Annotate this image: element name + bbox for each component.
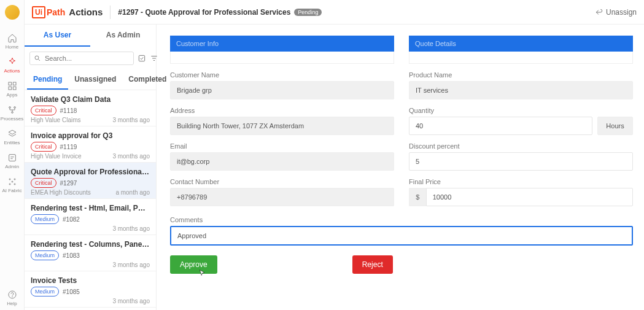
- priority-badge: Critical: [31, 178, 56, 188]
- comments-field[interactable]: [170, 226, 633, 246]
- label-email: Email: [170, 142, 394, 150]
- admin-icon: [7, 153, 17, 163]
- task-item[interactable]: Invoice TestsMedium#10853 months ago: [25, 271, 156, 308]
- label-customer-name: Customer Name: [170, 71, 394, 79]
- task-item[interactable]: Rendering test - Html, Email, Phone...Me…: [25, 199, 156, 235]
- bulk-action-button[interactable]: [138, 50, 146, 66]
- task-item[interactable]: Invoice approval for Q3Critical#1119High…: [25, 126, 156, 163]
- ai-icon: [7, 177, 17, 187]
- svg-point-12: [12, 181, 13, 182]
- task-item-id: #1118: [60, 107, 77, 114]
- tab-unassigned[interactable]: Unassigned: [68, 70, 122, 90]
- rail-actions[interactable]: Actions: [0, 53, 25, 77]
- search-input-wrap[interactable]: [29, 52, 134, 65]
- reject-button[interactable]: Reject: [352, 255, 393, 274]
- topbar: UiPath Actions #1297 - Quote Approval fo…: [25, 0, 644, 25]
- priority-badge: Medium: [31, 214, 59, 224]
- svg-point-15: [35, 56, 39, 60]
- section-title: Actions: [69, 7, 103, 17]
- label-discount: Discount percent: [409, 142, 633, 150]
- task-item-sub: High Value Claims: [31, 117, 81, 123]
- status-tabs: Pending Unassigned Completed: [25, 70, 156, 90]
- task-item-title: Rendering test - Columns, Panel, Ta...: [31, 240, 150, 249]
- svg-point-11: [14, 184, 15, 185]
- svg-rect-1: [13, 82, 16, 85]
- cursor-icon: [198, 269, 207, 277]
- svg-rect-16: [139, 55, 144, 61]
- rail-admin[interactable]: Admin: [0, 149, 25, 173]
- quote-details-header: Quote Details: [409, 36, 633, 52]
- label-comments: Comments: [170, 216, 633, 223]
- left-rail: Home Actions Apps Processes Entities Adm…: [0, 0, 25, 310]
- label-price: Final Price: [409, 178, 633, 185]
- svg-rect-7: [9, 155, 15, 161]
- task-item-id: #1119: [60, 144, 77, 150]
- task-item-time: 3 months ago: [112, 117, 150, 123]
- task-title: #1297 - Quote Approval for Professional …: [118, 8, 290, 17]
- rail-aifabric[interactable]: AI Fabric: [0, 173, 25, 197]
- quantity-field[interactable]: [409, 117, 592, 135]
- customer-info-header: Customer Info: [170, 36, 394, 52]
- priority-badge: Critical: [31, 106, 56, 115]
- task-item-id: #1082: [63, 216, 80, 223]
- priority-badge: Critical: [31, 142, 56, 152]
- status-badge: Pending: [294, 9, 322, 16]
- logo[interactable]: UiPath: [32, 6, 65, 18]
- svg-rect-3: [13, 87, 16, 90]
- grid-icon: [7, 81, 17, 91]
- svg-point-6: [11, 112, 13, 114]
- task-item-title: Invoice Tests: [31, 276, 150, 285]
- layers-icon: [7, 129, 17, 139]
- product-field[interactable]: [409, 81, 633, 99]
- task-item-id: #1297: [60, 180, 77, 187]
- rail-home[interactable]: Home: [0, 29, 25, 53]
- task-list: Validate Q3 Claim DataCritical#1118High …: [25, 90, 156, 310]
- priority-badge: Medium: [31, 250, 59, 260]
- task-item-sub: EMEA High Discounts: [31, 189, 91, 196]
- help-icon: [7, 290, 17, 300]
- rail-help[interactable]: Help: [0, 286, 25, 310]
- task-item-title: Validate Q3 Claim Data: [31, 95, 150, 104]
- task-item-id: #1083: [63, 252, 80, 259]
- rail-apps[interactable]: Apps: [0, 77, 25, 101]
- flow-icon: [7, 105, 17, 115]
- search-input[interactable]: [45, 55, 130, 62]
- rail-processes[interactable]: Processes: [0, 101, 25, 125]
- task-item[interactable]: Rendering test - Columns, Panel, Ta...Me…: [25, 235, 156, 271]
- avatar[interactable]: [5, 5, 20, 20]
- quantity-unit: Hours: [597, 117, 633, 135]
- priority-badge: Medium: [31, 287, 59, 296]
- svg-rect-0: [9, 82, 12, 85]
- task-item-sub: High Value Invoice: [31, 153, 82, 160]
- tab-as-user[interactable]: As User: [25, 25, 90, 47]
- currency-symbol: $: [409, 188, 426, 206]
- approve-button[interactable]: Approve: [170, 255, 217, 274]
- label-address: Address: [170, 107, 394, 114]
- check-square-icon: [138, 54, 146, 63]
- svg-point-8: [9, 179, 10, 180]
- home-icon: [7, 33, 17, 43]
- rail-entities[interactable]: Entities: [0, 125, 25, 149]
- tab-pending[interactable]: Pending: [27, 70, 68, 90]
- email-field[interactable]: [170, 152, 394, 171]
- task-item[interactable]: Test Property BindingMedium#10863 months…: [25, 308, 156, 310]
- unassign-button[interactable]: Unassign: [595, 8, 637, 17]
- task-item-title: Invoice approval for Q3: [31, 131, 150, 140]
- svg-rect-2: [9, 87, 12, 90]
- contact-field[interactable]: [170, 188, 394, 206]
- tab-as-admin[interactable]: As Admin: [90, 25, 156, 47]
- task-item[interactable]: Quote Approval for Professional Se...Cri…: [25, 163, 156, 199]
- svg-point-14: [12, 296, 12, 297]
- svg-point-13: [9, 291, 16, 298]
- task-item-title: Quote Approval for Professional Se...: [31, 168, 150, 176]
- unassign-icon: [595, 8, 603, 17]
- task-item-time: 3 months ago: [112, 298, 150, 304]
- svg-point-10: [9, 184, 10, 185]
- sparkle-icon: [7, 57, 17, 67]
- discount-field[interactable]: [409, 152, 633, 171]
- customer-name-field[interactable]: [170, 81, 394, 99]
- svg-point-4: [9, 107, 10, 109]
- address-field[interactable]: [170, 117, 394, 135]
- price-field[interactable]: [426, 188, 633, 206]
- task-item[interactable]: Validate Q3 Claim DataCritical#1118High …: [25, 90, 156, 126]
